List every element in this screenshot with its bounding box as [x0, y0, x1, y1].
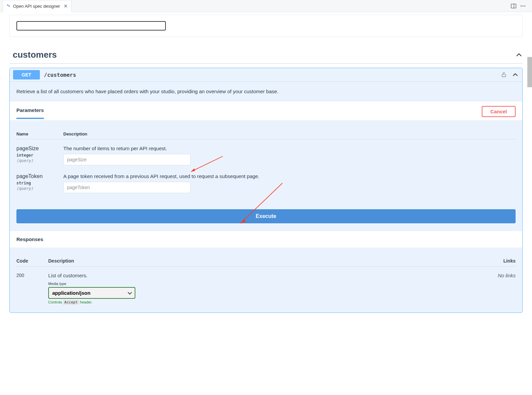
param-location: (query) — [16, 158, 50, 163]
svg-point-4 — [524, 5, 525, 6]
pagesize-input[interactable] — [63, 154, 191, 165]
prior-section-container — [9, 15, 523, 37]
tab-title: Open API spec designer — [13, 4, 60, 9]
chevron-up-icon[interactable] — [512, 71, 519, 78]
operation-block-get-customers: GET /customers Retrieve a list of all cu… — [9, 68, 523, 313]
col-name: Name — [16, 131, 50, 136]
openapi-file-icon — [6, 4, 11, 8]
param-type: integer — [16, 153, 50, 158]
operation-header[interactable]: GET /customers — [10, 68, 522, 82]
tab-openapi-designer[interactable]: Open API spec designer — [3, 0, 72, 12]
responses-bar: Responses — [10, 231, 522, 247]
split-panel-icon[interactable] — [511, 3, 517, 9]
execute-button[interactable]: Execute — [16, 209, 516, 223]
param-description: A page token received from a previous AP… — [63, 173, 516, 179]
col-code: Code — [16, 258, 48, 264]
media-type-label: Media type — [48, 282, 489, 286]
media-type-select[interactable]: application/json — [48, 287, 135, 299]
chevron-up-icon[interactable] — [515, 51, 523, 59]
tab-bar: Open API spec designer — [0, 0, 532, 12]
param-name: pageSize — [16, 146, 50, 152]
response-links: No links — [489, 273, 516, 278]
close-icon[interactable] — [63, 4, 68, 8]
svg-rect-5 — [502, 74, 506, 77]
operation-description: Retrieve a list of all customers who hav… — [10, 82, 522, 101]
scrollbar[interactable] — [527, 57, 532, 87]
placeholder-box — [16, 21, 166, 31]
param-type: string — [16, 181, 50, 185]
responses-table: Code Description Links 200 List of custo… — [10, 247, 522, 313]
tab-actions — [511, 3, 529, 9]
col-description: Description — [48, 258, 489, 264]
section-header-customers[interactable]: customers — [9, 46, 523, 64]
parameters-table: Name Description pageSize integer (query… — [10, 121, 522, 203]
cancel-button[interactable]: Cancel — [482, 106, 516, 117]
svg-point-3 — [523, 5, 524, 6]
param-name: pageToken — [16, 173, 50, 179]
media-hint: Controls Accept header. — [48, 300, 489, 304]
param-location: (query) — [16, 186, 50, 191]
parameters-bar: Parameters Cancel — [10, 101, 522, 121]
response-row: 200 List of customers. Media type applic… — [16, 267, 516, 304]
section-title: customers — [13, 50, 57, 60]
col-links: Links — [489, 258, 516, 264]
operation-path: /customers — [44, 72, 76, 78]
more-icon[interactable] — [520, 3, 526, 9]
response-code: 200 — [16, 273, 48, 278]
svg-rect-0 — [511, 4, 516, 8]
method-badge: GET — [13, 70, 40, 79]
parameter-row: pageSize integer (query) The number of i… — [16, 139, 516, 167]
parameter-row: pageToken string (query) A page token re… — [16, 167, 516, 195]
unlock-icon[interactable] — [501, 72, 507, 78]
pagetoken-input[interactable] — [63, 182, 191, 193]
svg-point-2 — [521, 5, 522, 6]
response-description: List of customers. — [48, 273, 489, 278]
responses-heading: Responses — [16, 236, 516, 242]
col-description: Description — [63, 131, 87, 136]
tab-parameters[interactable]: Parameters — [16, 107, 44, 119]
param-description: The number of items to return per API re… — [63, 146, 516, 151]
